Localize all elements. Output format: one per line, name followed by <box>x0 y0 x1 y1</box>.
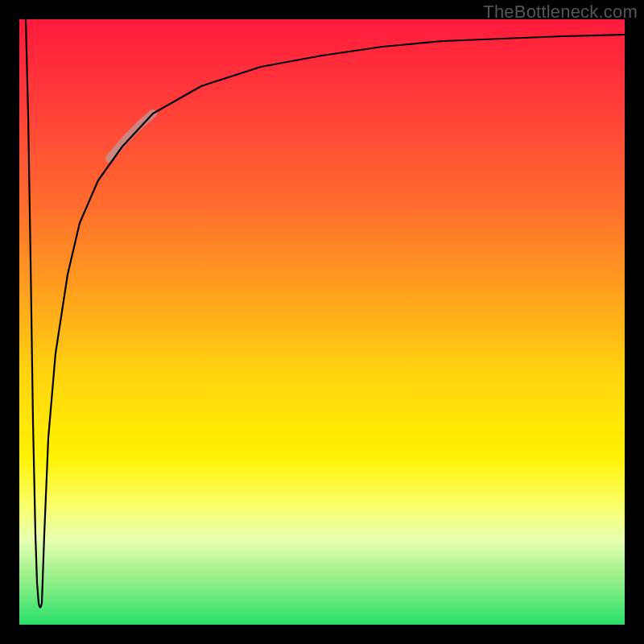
bottleneck-curve <box>19 19 625 625</box>
curve-ascent <box>42 35 625 603</box>
watermark-text: TheBottleneck.com <box>483 2 638 23</box>
chart-outer-frame: TheBottleneck.com <box>0 0 644 644</box>
curve-descent <box>26 19 39 603</box>
plot-area <box>19 19 625 625</box>
